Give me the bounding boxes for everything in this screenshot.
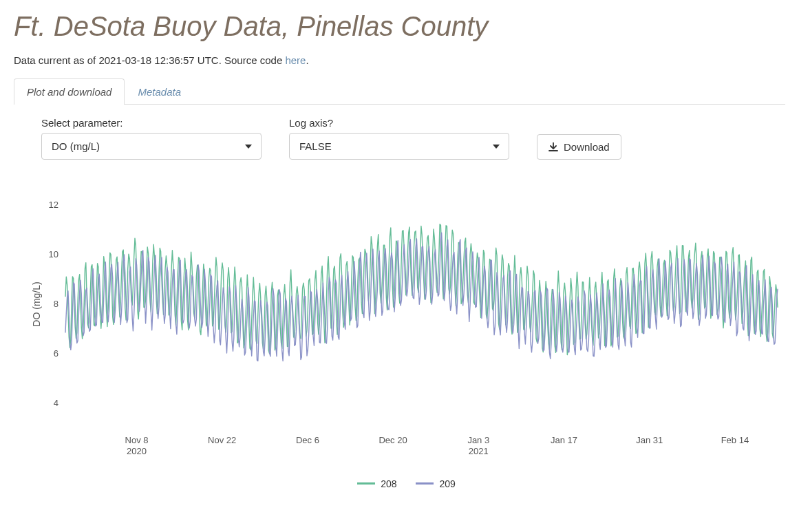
- svg-text:Nov 8: Nov 8: [125, 435, 149, 445]
- tab-bar: Plot and download Metadata: [14, 78, 785, 105]
- log-axis-label: Log axis?: [289, 117, 509, 129]
- controls-row: Select parameter: DO (mg/L) Log axis? FA…: [14, 117, 785, 173]
- svg-text:12: 12: [49, 200, 58, 210]
- log-axis-select[interactable]: FALSE: [289, 133, 509, 160]
- chart-legend: 208 209: [28, 476, 785, 489]
- svg-text:2021: 2021: [469, 446, 489, 456]
- parameter-select[interactable]: DO (mg/L): [41, 133, 262, 160]
- svg-text:Jan 31: Jan 31: [636, 435, 663, 445]
- svg-text:8: 8: [54, 299, 58, 309]
- svg-text:Feb 14: Feb 14: [721, 435, 749, 445]
- parameter-label: Select parameter:: [41, 117, 262, 129]
- svg-text:Jan 3: Jan 3: [467, 435, 489, 445]
- svg-text:Dec 20: Dec 20: [379, 435, 407, 445]
- svg-text:6: 6: [54, 348, 58, 359]
- tab-plot-and-download[interactable]: Plot and download: [14, 78, 125, 105]
- svg-text:2020: 2020: [127, 446, 147, 456]
- svg-text:DO (mg/L): DO (mg/L): [31, 281, 42, 326]
- svg-text:Dec 6: Dec 6: [296, 435, 319, 445]
- svg-text:Jan 17: Jan 17: [551, 435, 577, 445]
- source-code-link[interactable]: here: [285, 54, 306, 66]
- download-button[interactable]: Download: [537, 134, 621, 160]
- timeseries-chart[interactable]: 4681012DO (mg/L)Nov 82020Nov 22Dec 6Dec …: [14, 173, 785, 489]
- download-icon: [548, 142, 558, 152]
- page-title: Ft. DeSota Buoy Data, Pinellas County: [14, 11, 785, 42]
- svg-text:Nov 22: Nov 22: [208, 435, 236, 445]
- svg-text:10: 10: [49, 249, 58, 259]
- status-line: Data current as of 2021-03-18 12:36:57 U…: [14, 54, 785, 66]
- svg-text:4: 4: [54, 398, 58, 408]
- tab-metadata[interactable]: Metadata: [125, 78, 194, 105]
